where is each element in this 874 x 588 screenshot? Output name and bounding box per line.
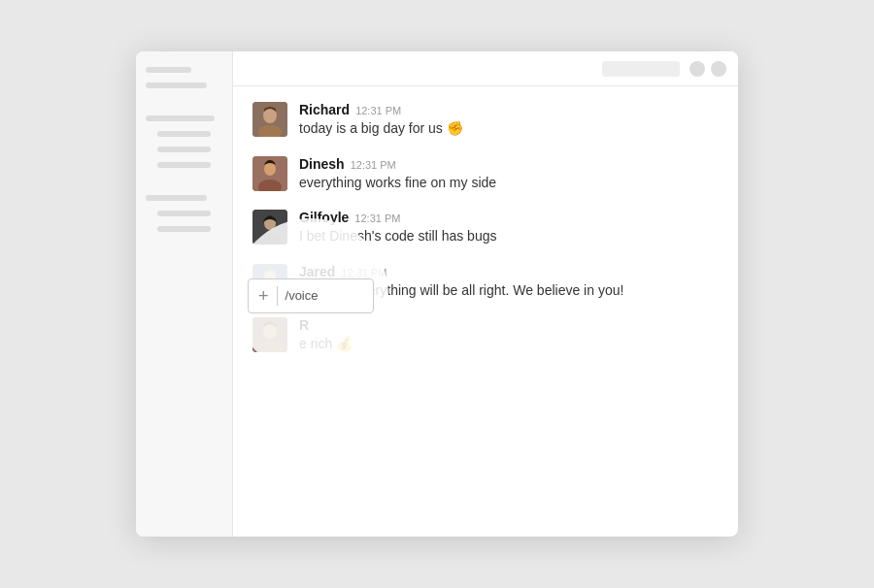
window-btn-2[interactable] (711, 61, 726, 77)
message-body-dinesh: Dinesh 12:31 PM everything works fine on… (299, 156, 496, 193)
input-box[interactable]: + /voice (248, 278, 374, 313)
sidebar-line[interactable] (157, 211, 211, 216)
message-richard2: R e rich 💰 + /voice (252, 317, 719, 354)
plus-icon[interactable]: + (258, 287, 269, 305)
message-time-dinesh: 12:31 PM (351, 159, 396, 171)
sidebar-line[interactable] (157, 131, 211, 137)
sidebar-line[interactable] (146, 195, 207, 201)
svg-point-3 (264, 109, 276, 120)
chat-main: Richard 12:31 PM today is a big day for … (233, 86, 738, 537)
message-time-gilfoyle: 12:31 PM (354, 212, 400, 224)
window-btn-1[interactable] (689, 61, 705, 77)
avatar-richard (252, 102, 287, 137)
message-body-richard: Richard 12:31 PM today is a big day for … (299, 102, 463, 139)
sidebar-line (146, 67, 191, 73)
message-dinesh: Dinesh 12:31 PM everything works fine on… (252, 156, 719, 193)
search-bar[interactable] (602, 61, 680, 77)
message-header-richard: Richard 12:31 PM (299, 102, 463, 117)
circle-overlay: + /voice (233, 218, 388, 374)
sidebar (136, 51, 233, 537)
message-time-richard: 12:31 PM (355, 105, 401, 116)
voice-command[interactable]: /voice (286, 288, 319, 303)
sidebar-line[interactable] (157, 162, 211, 168)
message-text-dinesh: everything works fine on my side (299, 174, 496, 193)
message-name-dinesh: Dinesh (299, 156, 345, 172)
message-text-richard: today is a big day for us ✊ (299, 119, 463, 139)
input-divider (277, 286, 278, 306)
svg-point-5 (264, 162, 276, 176)
message-richard: Richard 12:31 PM today is a big day for … (252, 102, 719, 139)
message-name-richard: Richard (299, 102, 350, 117)
sidebar-line[interactable] (146, 115, 215, 121)
sidebar-line (146, 82, 207, 88)
sidebar-line[interactable] (157, 147, 211, 152)
title-bar (233, 51, 738, 86)
message-header-dinesh: Dinesh 12:31 PM (299, 156, 496, 172)
app-window: Richard 12:31 PM today is a big day for … (136, 51, 738, 537)
sidebar-line[interactable] (157, 226, 211, 232)
avatar-dinesh (252, 156, 287, 191)
